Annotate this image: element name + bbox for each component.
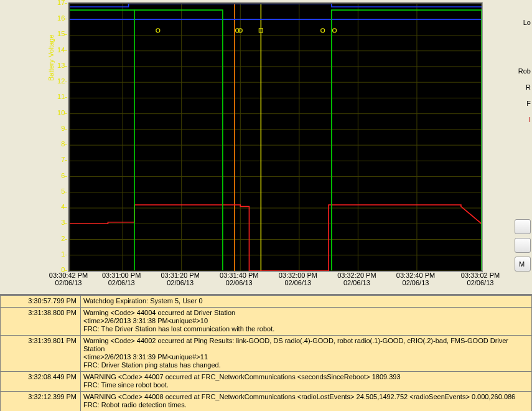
log-message: Warning <Code> 44002 occurred at Ping Re… [81,336,532,372]
x-tick: 03:31:40 PM02/06/13 [214,272,264,286]
svg-point-32 [321,29,325,32]
y-tick: 8- [54,140,67,148]
log-timestamp: 3:32:08.449 PM [1,372,81,392]
chart-panel: Battery Voltage 0-1-2-3-4-5-6-7-8-9-10-1… [0,0,532,294]
side-lo: Lo [513,19,532,26]
y-tick: 6- [54,172,67,179]
x-tick: 03:30:42 PM02/06/13 [44,272,93,286]
y-tick: 12- [54,77,67,85]
y-tick: 17- [54,0,67,6]
y-tick: 7- [54,156,67,163]
side-buttons: M [515,219,532,275]
log-timestamp: 3:30:57.799 PM [1,296,81,308]
side-red: I [513,116,532,123]
log-panel: 3:30:57.799 PMWatchdog Expiration: Syste… [0,294,532,411]
log-message: Watchdog Expiration: System 5, User 0 [81,296,532,308]
log-row[interactable]: 3:32:12.399 PMWARNING <Code> 44008 occur… [1,392,532,412]
log-table: 3:30:57.799 PMWatchdog Expiration: Syste… [0,295,532,411]
side-button-3[interactable]: M [515,257,531,272]
plot-area[interactable] [68,2,483,272]
x-tick: 03:31:00 PM02/06/13 [96,272,146,286]
svg-point-33 [333,29,337,32]
y-tick: 5- [54,187,67,195]
y-tick: 14- [54,46,67,54]
svg-point-28 [156,29,160,32]
log-timestamp: 3:32:12.399 PM [1,392,81,412]
y-tick: 4- [54,203,67,210]
y-tick: 1- [54,250,67,258]
y-tick: 16- [54,14,67,22]
log-message: Warning <Code> 44004 occurred at Driver … [81,308,532,336]
log-row[interactable]: 3:32:08.449 PMWARNING <Code> 44007 occur… [1,372,532,392]
side-legend: Lo Rob R F I [513,19,532,132]
side-rob: Rob [513,67,532,75]
y-tick: 2- [54,235,67,242]
x-tick: 03:32:20 PM02/06/13 [332,272,381,286]
log-message: WARNING <Code> 44007 occurred at FRC_Net… [81,372,532,392]
side-f: F [513,100,532,107]
side-button-1[interactable] [515,219,531,234]
log-timestamp: 3:31:39.801 PM [1,336,81,372]
y-tick-labels: 0-1-2-3-4-5-6-7-8-9-10-11-12-13-14-15-16… [54,2,67,270]
log-timestamp: 3:31:38.800 PM [1,308,81,336]
x-tick: 03:32:00 PM02/06/13 [273,272,323,286]
log-row[interactable]: 3:31:38.800 PMWarning <Code> 44004 occur… [1,308,532,336]
x-tick: 03:33:02 PM02/06/13 [455,272,505,286]
y-tick: 9- [54,125,67,132]
x-tick: 03:32:40 PM02/06/13 [391,272,441,286]
y-tick: 11- [54,93,67,100]
plot-svg [70,4,482,271]
log-message: WARNING <Code> 44008 occurred at FRC_Net… [81,392,532,412]
log-row[interactable]: 3:30:57.799 PMWatchdog Expiration: Syste… [1,296,532,308]
side-r: R [513,83,532,91]
side-button-2[interactable] [515,238,531,253]
y-tick: 13- [54,62,67,69]
x-tick: 03:31:20 PM02/06/13 [156,272,205,286]
y-tick: 15- [54,30,67,37]
x-tick-labels: 03:30:42 PM02/06/1303:31:00 PM02/06/1303… [68,272,480,290]
y-tick: 10- [54,109,67,116]
log-row[interactable]: 3:31:39.801 PMWarning <Code> 44002 occur… [1,336,532,372]
y-tick: 3- [54,219,67,226]
